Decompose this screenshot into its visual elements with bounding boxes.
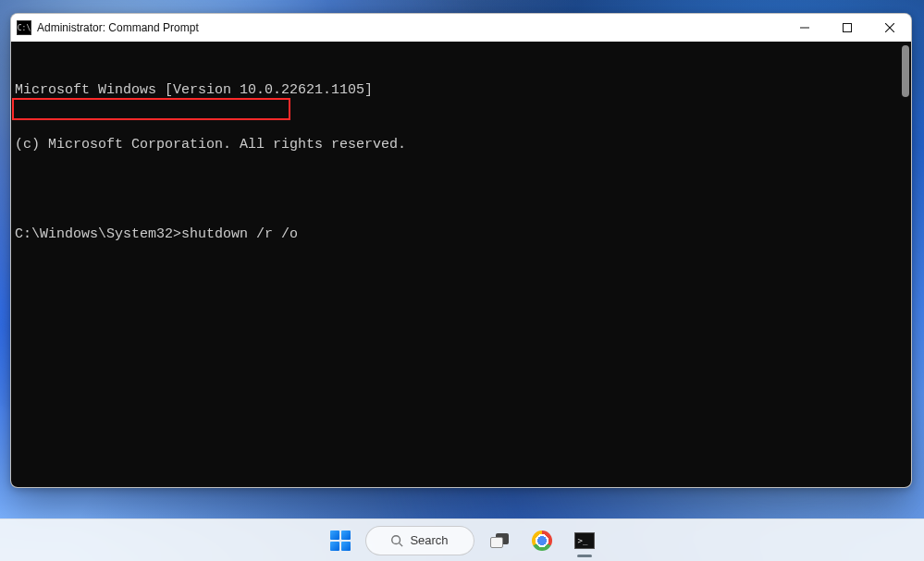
chrome-icon	[532, 531, 552, 551]
command-prompt-taskbar-icon: >_	[574, 532, 595, 549]
command-prompt-icon: C:\	[17, 20, 31, 35]
maximize-button[interactable]	[826, 14, 869, 42]
window-controls	[783, 14, 911, 42]
scrollbar-thumb[interactable]	[902, 45, 909, 97]
start-button[interactable]	[323, 523, 358, 558]
svg-point-1	[392, 535, 400, 543]
search-icon	[390, 534, 403, 547]
search-label: Search	[410, 533, 448, 547]
terminal-area[interactable]: Microsoft Windows [Version 10.0.22621.11…	[11, 42, 911, 487]
svg-rect-0	[844, 24, 852, 32]
terminal-output-line: (c) Microsoft Corporation. All rights re…	[13, 136, 911, 154]
task-view-button[interactable]	[482, 523, 517, 558]
taskbar-app-chrome[interactable]	[524, 523, 560, 558]
maximize-icon	[843, 23, 852, 32]
close-button[interactable]	[869, 14, 911, 42]
minimize-icon	[800, 23, 809, 32]
windows-logo-icon	[330, 531, 351, 551]
taskbar: Search >_	[0, 518, 924, 561]
window-title: Administrator: Command Prompt	[37, 21, 199, 34]
task-view-icon	[490, 533, 509, 548]
prompt-path: C:\Windows\System32>	[15, 226, 181, 242]
terminal-prompt-line: C:\Windows\System32>shutdown /r /o	[13, 226, 911, 244]
terminal-output-line: Microsoft Windows [Version 10.0.22621.11…	[13, 81, 911, 100]
minimize-button[interactable]	[783, 14, 826, 42]
command-prompt-window: C:\ Administrator: Command Prompt Micros…	[10, 13, 912, 488]
titlebar[interactable]: C:\ Administrator: Command Prompt	[11, 14, 911, 42]
taskbar-search[interactable]: Search	[365, 526, 474, 555]
typed-command: shutdown /r /o	[181, 226, 298, 242]
annotation-highlight-box	[12, 98, 290, 120]
close-icon	[885, 23, 894, 32]
taskbar-app-command-prompt[interactable]: >_	[567, 523, 602, 558]
